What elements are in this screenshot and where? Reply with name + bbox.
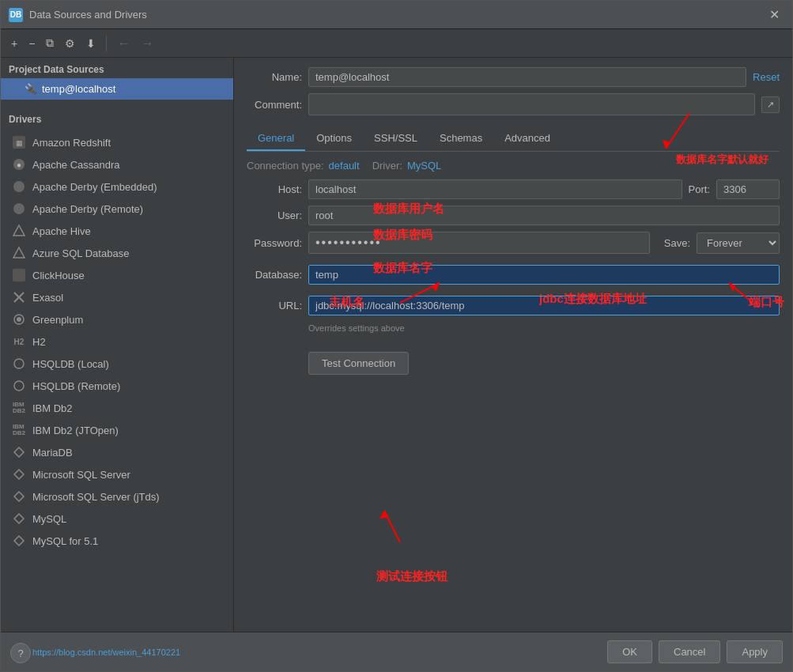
name-input[interactable] bbox=[308, 67, 746, 87]
driver-item-mssql-jtds[interactable]: Microsoft SQL Server (jTds) bbox=[1, 485, 233, 508]
driver-item-ibm-db2-jtopen[interactable]: IBMDB2 IBM Db2 (JTOpen) bbox=[1, 419, 233, 441]
comment-input[interactable] bbox=[308, 93, 755, 115]
toolbar-divider bbox=[106, 36, 107, 51]
svg-marker-6 bbox=[13, 225, 25, 236]
toolbar: + − ⧉ ⚙ ⬇ ← → bbox=[1, 29, 792, 58]
database-row: Database: 数据库名字 bbox=[247, 265, 780, 285]
driver-item-mysql[interactable]: MySQL bbox=[1, 508, 233, 530]
driver-name: Microsoft SQL Server (jTds) bbox=[32, 491, 160, 503]
driver-name: MySQL for 5.1 bbox=[32, 535, 98, 547]
remove-button[interactable]: − bbox=[25, 35, 39, 52]
svg-marker-22 bbox=[380, 511, 389, 519]
main-area: Project Data Sources 🔌 temp@localhost Dr… bbox=[1, 58, 792, 632]
back-button[interactable]: ← bbox=[113, 34, 134, 53]
title-bar: DB Data Sources and Drivers ✕ bbox=[1, 1, 792, 29]
forward-button[interactable]: → bbox=[137, 34, 157, 53]
greenplum-icon bbox=[12, 312, 26, 327]
driver-name: Apache Derby (Embedded) bbox=[32, 181, 157, 193]
driver-item-greenplum[interactable]: Greenplum bbox=[1, 308, 233, 330]
test-connection-button[interactable]: Test Connection bbox=[308, 352, 409, 375]
add-button[interactable]: + bbox=[7, 35, 21, 52]
svg-rect-8 bbox=[13, 269, 25, 281]
driver-name: Azure SQL Database bbox=[32, 247, 129, 259]
import-button[interactable]: ⬇ bbox=[82, 35, 100, 52]
app-icon: DB bbox=[9, 8, 23, 22]
driver-item-mssql[interactable]: Microsoft SQL Server bbox=[1, 463, 233, 485]
tab-options[interactable]: Options bbox=[305, 126, 363, 151]
hsqldb-local-icon bbox=[12, 357, 26, 371]
driver-item-exasol[interactable]: Exasol bbox=[1, 286, 233, 308]
driver-name: HSQLDB (Remote) bbox=[32, 380, 120, 392]
bottom-bar: https://blog.csdn.net/weixin_44170221 OK… bbox=[1, 632, 792, 671]
host-label: Host: bbox=[247, 183, 302, 195]
expand-comment-button[interactable]: ↗ bbox=[761, 96, 780, 113]
driver-item-mariadb[interactable]: MariaDB bbox=[1, 441, 233, 463]
exasol-icon bbox=[12, 290, 26, 304]
host-input[interactable] bbox=[308, 179, 682, 199]
comment-label: Comment: bbox=[247, 99, 302, 111]
driver-item-apache-cassandra[interactable]: ● Apache Cassandra bbox=[1, 153, 233, 176]
driver-item-ibm-db2[interactable]: IBMDB2 IBM Db2 bbox=[1, 397, 233, 419]
host-port-row: Host: Port: bbox=[247, 179, 780, 199]
close-button[interactable]: ✕ bbox=[765, 6, 784, 24]
password-label: Password: bbox=[247, 237, 302, 249]
ibm-db2-jtopen-icon: IBMDB2 bbox=[12, 423, 26, 437]
url-input[interactable] bbox=[308, 296, 780, 315]
annotation-test-btn: 测试连接按钮 bbox=[376, 569, 447, 584]
copy-button[interactable]: ⧉ bbox=[42, 34, 58, 52]
ok-button[interactable]: OK bbox=[607, 640, 652, 663]
test-connection-area: Test Connection bbox=[247, 344, 780, 375]
apply-button[interactable]: Apply bbox=[727, 640, 783, 663]
settings-button[interactable]: ⚙ bbox=[61, 35, 79, 52]
driver-name: Amazon Redshift bbox=[32, 137, 111, 149]
driver-item-hsqldb-remote[interactable]: HSQLDB (Remote) bbox=[1, 375, 233, 397]
svg-text:▦: ▦ bbox=[16, 139, 23, 147]
conn-type-value[interactable]: default bbox=[329, 160, 360, 172]
svg-text:●: ● bbox=[17, 160, 21, 169]
svg-point-4 bbox=[13, 181, 25, 192]
apache-cassandra-icon: ● bbox=[12, 157, 26, 172]
mssql-icon bbox=[12, 467, 26, 481]
svg-point-12 bbox=[17, 317, 21, 322]
driver-name: Apache Cassandra bbox=[32, 159, 120, 171]
tab-advanced[interactable]: Advanced bbox=[493, 126, 561, 151]
driver-item-amazon-redshift[interactable]: ▦ Amazon Redshift bbox=[1, 131, 233, 153]
ibm-db2-icon: IBMDB2 bbox=[12, 401, 26, 415]
user-label: User: bbox=[247, 210, 302, 221]
driver-name: H2 bbox=[32, 336, 46, 348]
driver-name: ClickHouse bbox=[32, 270, 85, 281]
tab-sshssl[interactable]: SSH/SSL bbox=[363, 126, 429, 151]
drivers-list: ▦ Amazon Redshift ● Apache Cassandra bbox=[1, 128, 233, 632]
azure-sql-icon bbox=[12, 246, 26, 260]
driver-item-apache-derby-remote[interactable]: Apache Derby (Remote) bbox=[1, 198, 233, 220]
conn-type-label: Connection type: bbox=[247, 160, 324, 172]
driver-item-h2[interactable]: H2 H2 bbox=[1, 330, 233, 353]
reset-link[interactable]: Reset bbox=[753, 71, 780, 83]
driver-item-hsqldb-local[interactable]: HSQLDB (Local) bbox=[1, 353, 233, 375]
tab-schemas[interactable]: Schemas bbox=[429, 126, 493, 151]
tab-general[interactable]: General bbox=[247, 126, 305, 151]
mariadb-icon bbox=[12, 445, 26, 459]
driver-name: MariaDB bbox=[32, 447, 73, 459]
driver-item-apache-derby-embedded[interactable]: Apache Derby (Embedded) bbox=[1, 176, 233, 198]
port-input[interactable] bbox=[716, 179, 780, 199]
dialog: DB Data Sources and Drivers ✕ + − ⧉ ⚙ ⬇ … bbox=[0, 0, 793, 672]
driver-item-azure-sql[interactable]: Azure SQL Database bbox=[1, 242, 233, 264]
cancel-button[interactable]: Cancel bbox=[659, 640, 720, 663]
driver-item-clickhouse[interactable]: ClickHouse bbox=[1, 264, 233, 286]
driver-item-mysql-5[interactable]: MySQL for 5.1 bbox=[1, 530, 233, 552]
csdn-link[interactable]: https://blog.csdn.net/weixin_44170221 bbox=[32, 647, 180, 657]
selected-datasource[interactable]: 🔌 temp@localhost bbox=[1, 78, 233, 100]
apache-derby-remote-icon bbox=[12, 202, 26, 216]
database-input[interactable] bbox=[308, 265, 780, 285]
save-select[interactable]: Forever Until restart Never bbox=[697, 232, 780, 254]
driver-value[interactable]: MySQL bbox=[407, 160, 441, 172]
driver-item-apache-hive[interactable]: Apache Hive bbox=[1, 220, 233, 242]
user-input[interactable] bbox=[308, 206, 780, 225]
help-button[interactable]: ? bbox=[10, 643, 31, 663]
apache-hive-icon bbox=[12, 224, 26, 238]
password-input[interactable] bbox=[308, 232, 650, 254]
driver-name: Microsoft SQL Server bbox=[32, 469, 130, 481]
comment-row: Comment: ↗ bbox=[247, 93, 780, 115]
svg-marker-7 bbox=[13, 247, 25, 258]
